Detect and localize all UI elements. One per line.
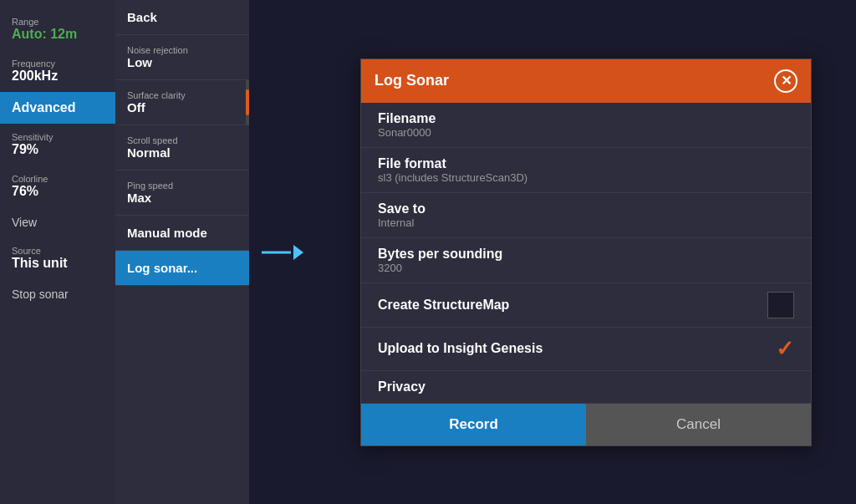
sensitivity-value: 79% xyxy=(12,142,104,157)
surface-clarity-label: Surface clarity xyxy=(127,90,237,100)
upload-insight-right: ✓ xyxy=(776,336,794,362)
cancel-button[interactable]: Cancel xyxy=(586,404,811,445)
frequency-label: Frequency xyxy=(12,59,104,69)
filename-subtitle: Sonar0000 xyxy=(378,126,436,139)
dialog-header: Log Sonar ✕ xyxy=(361,59,811,103)
scroll-speed-value: Normal xyxy=(127,145,237,160)
dialog-row-filename[interactable]: Filename Sonar0000 xyxy=(361,103,811,148)
source-value: This unit xyxy=(12,256,104,271)
save-to-left: Save to Internal xyxy=(378,201,425,229)
upload-insight-checkmark[interactable]: ✓ xyxy=(776,336,794,362)
advanced-label: Advanced xyxy=(12,100,104,115)
create-structuremap-left: Create StructureMap xyxy=(378,298,509,313)
create-structuremap-title: Create StructureMap xyxy=(378,298,509,313)
colorline-label: Colorline xyxy=(12,174,104,184)
sidebar-item-range[interactable]: Range Auto: 12m xyxy=(0,8,115,50)
dialog-row-save-to[interactable]: Save to Internal xyxy=(361,193,811,238)
scroll-speed-label: Scroll speed xyxy=(127,135,237,145)
close-button[interactable]: ✕ xyxy=(774,69,797,93)
frequency-value: 200kHz xyxy=(12,69,104,84)
middle-item-log-sonar[interactable]: Log sonar... xyxy=(115,251,249,286)
dialog-row-bytes-per-sounding[interactable]: Bytes per sounding 3200 xyxy=(361,238,811,283)
upload-insight-left: Upload to Insight Genesis xyxy=(378,341,543,356)
file-format-subtitle: sl3 (includes StructureScan3D) xyxy=(378,171,527,184)
sidebar-item-view[interactable]: View xyxy=(0,207,115,237)
bytes-per-sounding-left: Bytes per sounding 3200 xyxy=(378,247,502,274)
middle-item-manual-mode[interactable]: Manual mode xyxy=(115,216,249,251)
save-to-subtitle: Internal xyxy=(378,216,425,229)
noise-rejection-value: Low xyxy=(127,55,237,69)
bytes-per-sounding-subtitle: 3200 xyxy=(378,262,502,274)
record-button[interactable]: Record xyxy=(361,404,586,445)
sidebar-item-source[interactable]: Source This unit xyxy=(0,237,115,279)
sidebar-item-sensitivity[interactable]: Sensitivity 79% xyxy=(0,124,115,165)
middle-panel: Back Noise rejection Low Surface clarity… xyxy=(115,0,249,504)
sidebar-item-frequency[interactable]: Frequency 200kHz xyxy=(0,50,115,92)
manual-mode-label: Manual mode xyxy=(127,226,237,240)
file-format-left: File format sl3 (includes StructureScan3… xyxy=(378,156,527,184)
left-sidebar: Range Auto: 12m Frequency 200kHz Advance… xyxy=(0,0,115,504)
dialog-row-privacy[interactable]: Privacy xyxy=(361,371,811,404)
dialog-title: Log Sonar xyxy=(374,72,449,89)
filename-title: Filename xyxy=(378,111,436,126)
noise-rejection-label: Noise rejection xyxy=(127,45,237,55)
log-sonar-dialog: Log Sonar ✕ Filename Sonar0000 File form… xyxy=(360,59,812,446)
direction-arrow xyxy=(262,244,303,261)
middle-item-surface-clarity[interactable]: Surface clarity Off xyxy=(115,80,249,125)
back-label: Back xyxy=(127,10,237,24)
privacy-left: Privacy xyxy=(378,379,425,395)
middle-item-back[interactable]: Back xyxy=(115,0,249,35)
ping-speed-value: Max xyxy=(127,191,237,205)
create-structuremap-right xyxy=(767,292,794,318)
scroll-thumb xyxy=(246,89,249,116)
privacy-title: Privacy xyxy=(378,379,425,395)
ping-speed-label: Ping speed xyxy=(127,181,237,191)
log-sonar-label: Log sonar... xyxy=(127,261,237,275)
sidebar-item-advanced[interactable]: Advanced xyxy=(0,92,115,124)
range-value: Auto: 12m xyxy=(12,27,104,42)
save-to-title: Save to xyxy=(378,201,425,216)
file-format-title: File format xyxy=(378,156,527,171)
range-label: Range xyxy=(12,17,104,27)
arrow-area xyxy=(249,0,316,504)
scroll-indicator xyxy=(246,80,249,125)
dialog-row-upload-insight[interactable]: Upload to Insight Genesis ✓ xyxy=(361,328,811,371)
create-structuremap-checkbox[interactable] xyxy=(767,292,794,318)
filename-left: Filename Sonar0000 xyxy=(378,111,436,139)
middle-item-scroll-speed[interactable]: Scroll speed Normal xyxy=(115,125,249,171)
surface-clarity-value: Off xyxy=(127,100,237,115)
source-label: Source xyxy=(12,246,104,256)
dialog-body: Filename Sonar0000 File format sl3 (incl… xyxy=(361,103,811,404)
bytes-per-sounding-title: Bytes per sounding xyxy=(378,247,502,262)
middle-item-noise-rejection[interactable]: Noise rejection Low xyxy=(115,35,249,80)
sensitivity-label: Sensitivity xyxy=(12,132,104,142)
sidebar-item-colorline[interactable]: Colorline 76% xyxy=(0,165,115,207)
dialog-row-file-format[interactable]: File format sl3 (includes StructureScan3… xyxy=(361,148,811,193)
middle-item-ping-speed[interactable]: Ping speed Max xyxy=(115,171,249,216)
sidebar-item-stop-sonar[interactable]: Stop sonar xyxy=(0,279,115,309)
dialog-footer: Record Cancel xyxy=(361,404,811,445)
upload-insight-title: Upload to Insight Genesis xyxy=(378,341,543,356)
dialog-row-create-structuremap[interactable]: Create StructureMap xyxy=(361,283,811,328)
colorline-value: 76% xyxy=(12,184,104,199)
